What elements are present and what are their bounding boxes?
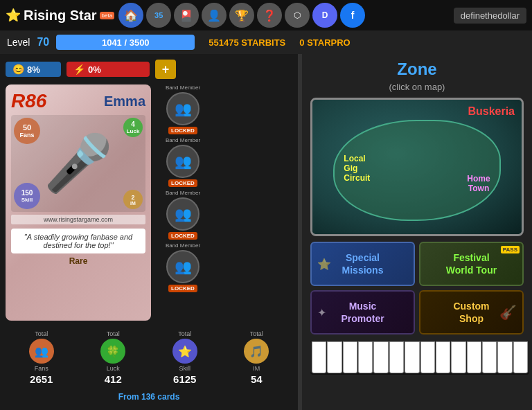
total-skill-icon: ⭐ [172, 339, 197, 364]
white-key[interactable] [389, 341, 404, 373]
star-decoration: ⭐ [317, 258, 331, 271]
im-label: IM [130, 201, 136, 206]
pass-badge: PASS [501, 246, 520, 253]
band-slots: Band Member 👥 LOCKED Band Member 👥 LOCKE… [155, 84, 211, 321]
locked-badge-1: LOCKED [168, 127, 197, 134]
zone-title: Zone [308, 60, 526, 79]
ego-icon: 😊 [12, 64, 24, 75]
left-panel: 😊 8% ⚡ 0% + R86 Emma 🎤 50 [0, 54, 298, 410]
stat-im: 2 IM [123, 190, 143, 209]
from-text: From [118, 392, 139, 402]
festival-world-tour-button[interactable]: FestivalWorld Tour PASS [419, 242, 524, 286]
band-slot-2-icon[interactable]: 👥 [166, 145, 200, 178]
white-key[interactable] [513, 341, 528, 373]
character-card[interactable]: R86 Emma 🎤 50 Fans 4 Luck 150 Skil [6, 84, 151, 321]
white-key[interactable] [436, 341, 450, 373]
circle-icon[interactable]: 35 [146, 3, 171, 28]
white-key[interactable] [373, 341, 388, 373]
zone-subtitle: (click on map) [308, 82, 526, 92]
locked-badge-4: LOCKED [168, 285, 197, 292]
home-icon[interactable]: 🏠 [118, 3, 143, 28]
white-key[interactable] [327, 341, 342, 373]
band-slot-4: Band Member 👥 LOCKED [155, 242, 211, 292]
white-key[interactable] [420, 341, 435, 373]
white-key[interactable] [405, 341, 419, 373]
hive-icon[interactable]: ⬡ [285, 3, 310, 28]
cards-icon[interactable]: 🎴 [174, 3, 199, 28]
cards-count: 136 [141, 392, 155, 402]
band-slot-4-icon[interactable]: 👥 [166, 250, 200, 283]
total-im-value: 54 [251, 373, 263, 385]
total-im-label: IM [253, 365, 260, 372]
zone-map[interactable]: Buskeria Local Gig Circuit Home Town [310, 98, 524, 236]
card-image-area: 🎤 50 Fans 4 Luck 150 Skill 2 [11, 115, 145, 212]
map-label-local-gig: Local Gig Circuit [344, 154, 370, 184]
starpro-display: 0 STARPRO [299, 37, 350, 48]
xp-bar: 1041 / 3500 [56, 35, 195, 50]
logo-text: Rising Star [24, 8, 97, 24]
locked-badge-2: LOCKED [168, 179, 197, 187]
total-fans-value: 2651 [30, 373, 53, 385]
music-promoter-label: MusicPromoter [341, 300, 384, 325]
ego-bar: 😊 8% [6, 62, 61, 77]
total-luck-value: 412 [105, 373, 122, 385]
total-luck-icon: 🍀 [100, 339, 125, 364]
map-label-home-town: Home Town [467, 174, 490, 194]
music-promoter-button[interactable]: ✦ MusicPromoter [310, 290, 415, 335]
band-slot-4-label: Band Member [166, 242, 200, 249]
card-rarity: Rare [11, 256, 145, 266]
trophy-icon[interactable]: 🏆 [229, 3, 254, 28]
skill-value: 150 [21, 189, 33, 197]
energy-bar: ⚡ 0% [66, 62, 150, 77]
plus-button[interactable]: + [155, 60, 176, 79]
white-key[interactable] [482, 341, 497, 373]
energy-icon: ⚡ [73, 64, 85, 75]
profile-icon[interactable]: 👤 [202, 3, 227, 28]
logo: ⭐ Rising Star beta [6, 8, 114, 24]
main-content: 😊 8% ⚡ 0% + R86 Emma 🎤 50 [0, 54, 532, 410]
band-slot-3-icon[interactable]: 👥 [166, 197, 200, 231]
total-fans-stat: Total 👥 Fans 2651 [29, 330, 54, 385]
level-bar: Level 70 1041 / 3500 551475 STARBITS 0 S… [0, 30, 532, 54]
white-key[interactable] [497, 341, 512, 373]
guitar-decoration: 🎸 [499, 304, 517, 321]
map-background: Buskeria Local Gig Circuit Home Town [312, 100, 522, 234]
ego-value: 8% [27, 64, 40, 75]
total-fans-label: Fans [35, 365, 48, 372]
discord-icon[interactable]: D [312, 3, 337, 28]
card-rank: R86 [11, 90, 46, 112]
im-value: 2 [131, 194, 134, 201]
band-slot-1-icon[interactable]: 👥 [166, 92, 200, 125]
band-slot-3: Band Member 👥 LOCKED [155, 190, 211, 240]
piano-keyboard [310, 340, 529, 375]
username-display: definethedollar [454, 8, 526, 24]
starbits-display: 551475 STARBITS [209, 37, 285, 48]
skill-label: Skill [21, 197, 33, 203]
help-icon[interactable]: ❓ [257, 3, 282, 28]
card-name: Emma [104, 93, 145, 109]
white-key[interactable] [312, 341, 326, 373]
special-missions-button[interactable]: ⭐ SpecialMissions [310, 242, 415, 286]
white-key[interactable] [451, 341, 466, 373]
card-website: www.risingstargame.com [11, 215, 145, 224]
white-key[interactable] [358, 341, 373, 373]
luck-value: 4 [131, 121, 135, 128]
card-header: R86 Emma [11, 90, 145, 112]
total-im-top-label: Total [250, 330, 263, 337]
total-skill-value: 6125 [173, 373, 196, 385]
total-luck-label: Luck [107, 365, 120, 372]
from-cards: From 136 cards [6, 389, 292, 404]
facebook-icon[interactable]: f [340, 3, 365, 28]
status-bars: 😊 8% ⚡ 0% + [6, 60, 292, 79]
energy-value: 0% [88, 64, 101, 75]
band-slot-3-label: Band Member [166, 190, 200, 196]
stat-skill: 150 Skill [14, 183, 40, 209]
total-luck-top-label: Total [107, 330, 120, 337]
custom-shop-button[interactable]: CustomShop 🎸 [419, 290, 524, 335]
total-fans-icon: 👥 [29, 339, 54, 364]
white-key[interactable] [343, 341, 357, 373]
band-slot-2: Band Member 👥 LOCKED [155, 137, 211, 187]
total-im-stat: Total 🎵 IM 54 [244, 330, 269, 385]
white-key[interactable] [467, 341, 481, 373]
level-label: Level [7, 37, 30, 48]
